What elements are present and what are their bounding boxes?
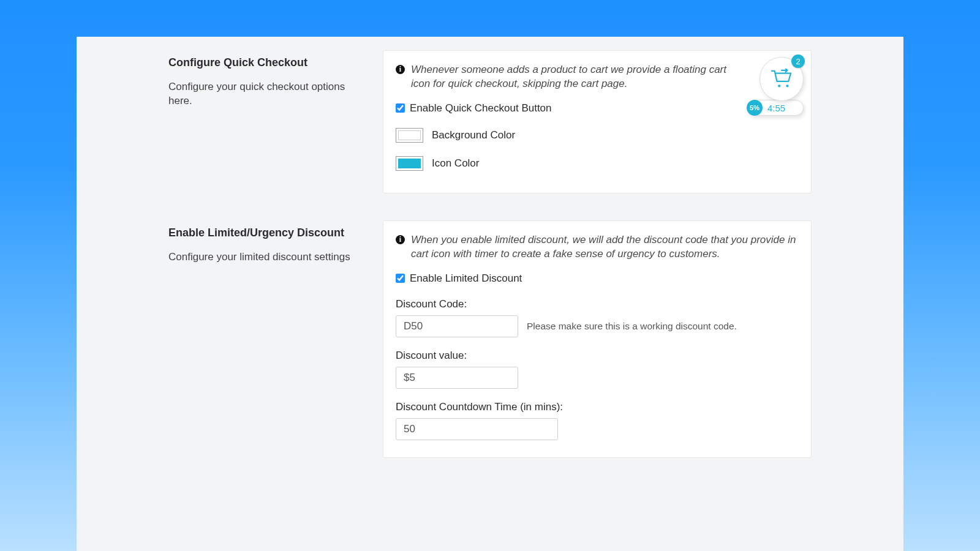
- section-header: Enable Limited/Urgency Discount Configur…: [168, 220, 371, 458]
- icon-color-row: Icon Color: [396, 156, 799, 171]
- enable-quick-checkout-row[interactable]: Enable Quick Checkout Button: [396, 102, 799, 114]
- section-limited-discount: Enable Limited/Urgency Discount Configur…: [168, 220, 812, 458]
- section-title: Enable Limited/Urgency Discount: [168, 227, 371, 239]
- cart-count-badge: 2: [791, 54, 805, 68]
- enable-limited-discount-row[interactable]: Enable Limited Discount: [396, 272, 799, 285]
- discount-code-field: Discount Code: Please make sure this is …: [396, 298, 799, 337]
- discount-code-label: Discount Code:: [396, 298, 799, 310]
- background-color-row: Background Color: [396, 128, 799, 143]
- settings-page: Configure Quick Checkout Configure your …: [77, 37, 903, 551]
- countdown-field: Discount Countdown Time (in mins):: [396, 401, 799, 440]
- discount-code-input[interactable]: [396, 315, 518, 337]
- section-subtitle: Configure your quick checkout options he…: [168, 80, 371, 108]
- info-icon: i: [396, 235, 405, 244]
- info-text: Whenever someone adds a product to cart …: [411, 63, 744, 91]
- info-icon: i: [396, 65, 405, 74]
- cart-circle[interactable]: 2: [760, 57, 804, 101]
- info-note: i Whenever someone adds a product to car…: [396, 63, 799, 91]
- enable-limited-discount-label: Enable Limited Discount: [410, 272, 522, 285]
- enable-quick-checkout-label: Enable Quick Checkout Button: [410, 102, 552, 114]
- discount-code-hint: Please make sure this is a working disco…: [527, 321, 737, 332]
- svg-point-1: [786, 84, 788, 87]
- cart-timer-pill[interactable]: 5% 4:55: [747, 100, 804, 116]
- background-color-picker[interactable]: [396, 128, 423, 143]
- countdown-label: Discount Countdown Time (in mins):: [396, 401, 799, 413]
- info-text: When you enable limited discount, we wil…: [411, 233, 799, 261]
- cart-discount-badge: 5%: [747, 100, 763, 116]
- background-color-label: Background Color: [432, 129, 515, 141]
- enable-quick-checkout-checkbox[interactable]: [396, 103, 405, 113]
- icon-color-picker[interactable]: [396, 156, 423, 171]
- icon-color-swatch: [398, 159, 421, 168]
- countdown-input[interactable]: [396, 418, 558, 440]
- discount-value-input[interactable]: [396, 367, 518, 389]
- discount-value-field: Discount value:: [396, 350, 799, 389]
- cart-icon: [770, 69, 793, 89]
- enable-limited-discount-checkbox[interactable]: [396, 274, 405, 283]
- quick-checkout-card: i Whenever someone adds a product to car…: [383, 50, 812, 193]
- cart-widget-preview: 2 5% 4:55: [751, 57, 804, 116]
- cart-timer: 4:55: [767, 103, 785, 113]
- section-subtitle: Configure your limited discount settings: [168, 250, 371, 264]
- limited-discount-card: i When you enable limited discount, we w…: [383, 220, 812, 458]
- discount-value-label: Discount value:: [396, 350, 799, 362]
- section-title: Configure Quick Checkout: [168, 56, 371, 69]
- background-color-swatch: [398, 130, 421, 140]
- section-quick-checkout: Configure Quick Checkout Configure your …: [168, 50, 812, 193]
- icon-color-label: Icon Color: [432, 157, 479, 170]
- section-header: Configure Quick Checkout Configure your …: [168, 50, 371, 193]
- info-note: i When you enable limited discount, we w…: [396, 233, 799, 261]
- svg-point-0: [778, 84, 780, 87]
